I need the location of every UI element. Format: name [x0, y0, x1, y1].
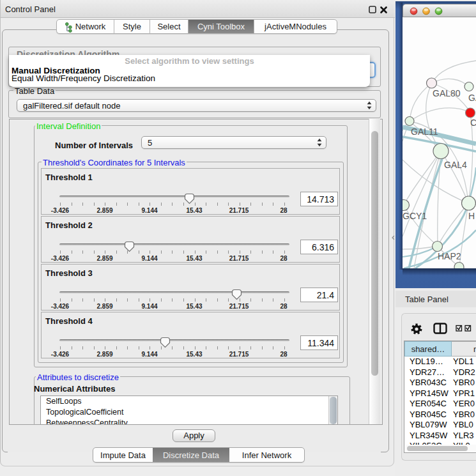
svg-text:GA: GA [468, 93, 476, 103]
svg-text:HAP2: HAP2 [438, 251, 461, 261]
svg-text:GAL80: GAL80 [433, 88, 461, 98]
svg-text:H: H [468, 211, 475, 221]
svg-text:C: C [470, 118, 476, 128]
svg-text:GAL11: GAL11 [411, 127, 438, 137]
svg-text:GCY1: GCY1 [403, 211, 427, 221]
svg-text:GAL4: GAL4 [444, 160, 467, 170]
